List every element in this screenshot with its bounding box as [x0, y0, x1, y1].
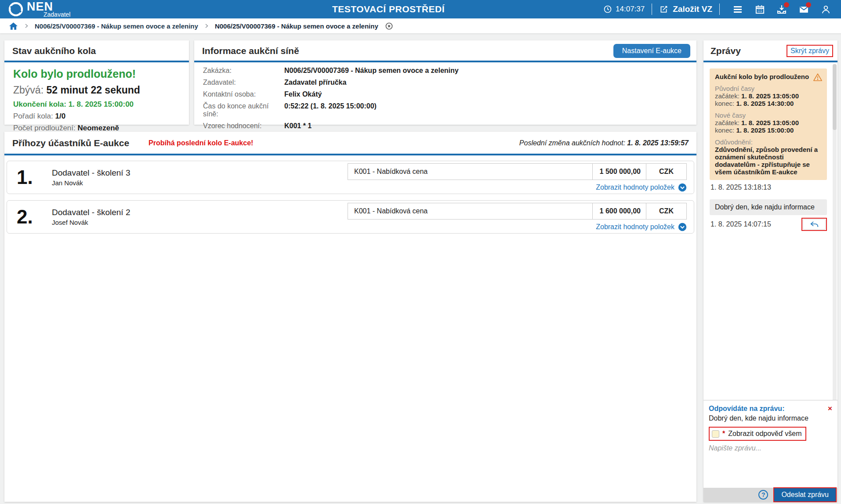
- bid-value: 1 500 000,00: [592, 164, 646, 180]
- reason-group: Odůvodnění: Zdůvodnění, způsob provedení…: [715, 138, 822, 176]
- bid-supplier: Dodavatel - školení 3: [52, 168, 130, 179]
- replying-to-label: Odpovídáte na zprávu:: [709, 405, 784, 413]
- chevron-down-circle-icon[interactable]: [678, 183, 687, 192]
- close-tab-icon[interactable]: [385, 22, 393, 30]
- auction-round-title: Stav aukčního kola: [12, 46, 96, 56]
- calendar-icon: [755, 4, 765, 14]
- round-extensions: Počet prodloužení: Neomezeně: [13, 124, 180, 133]
- bid-criterion: K001 - Nabídková cena: [348, 203, 592, 219]
- chevron-down-circle-icon[interactable]: [678, 223, 687, 231]
- chevron-right-icon: [24, 23, 29, 29]
- extension-message-timestamp: 1. 8. 2025 13:18:13: [710, 184, 831, 191]
- mail-notification-badge: [806, 2, 811, 7]
- bid-rank: 1.: [17, 166, 40, 188]
- hide-messages-link[interactable]: Skrýt zprávy: [790, 47, 829, 54]
- info-row-contracting-authority: Zadavatel: Zadavatel příručka: [203, 79, 688, 86]
- bid-currency: CZK: [646, 164, 686, 180]
- info-row-evaluation-formula: Vzorec hodnocení: K001 * 1: [203, 122, 688, 130]
- bid-value-row: K001 - Nabídková cena 1 500 000,00 CZK: [348, 163, 687, 180]
- show-item-values-link[interactable]: Zobrazit hodnoty položek: [596, 223, 674, 231]
- chevron-right-icon: [204, 23, 209, 29]
- menu-button[interactable]: [727, 0, 749, 18]
- reply-button-highlight: [801, 218, 827, 231]
- inbox-button[interactable]: [771, 0, 793, 18]
- divider: [719, 4, 720, 15]
- eauction-settings-button[interactable]: Nastavení E-aukce: [613, 44, 690, 58]
- bid-rank: 2.: [17, 206, 40, 228]
- auction-info-panel: Informace aukční síně Nastavení E-aukce …: [194, 40, 696, 125]
- show-answer-all-checkbox[interactable]: [712, 430, 719, 438]
- reply-widget: Odpovídáte na zprávu: × Dobrý den, kde n…: [703, 400, 837, 502]
- round-extended-status: Kolo bylo prodlouženo!: [13, 68, 180, 80]
- bid-person: Josef Novák: [52, 218, 130, 227]
- send-button-highlight: Odeslat zprávu: [773, 487, 837, 502]
- auction-round-panel: Stav aukčního kola Kolo bylo prodlouženo…: [4, 40, 189, 125]
- original-times-group: Původní časy začátek: 1. 8. 2025 13:05:0…: [715, 85, 822, 107]
- required-mark: *: [722, 430, 725, 438]
- round-end-time: Ukončení kola: 1. 8. 2025 15:00:00: [13, 100, 180, 109]
- info-row-contract: Zakázka: N006/25/V00007369 - Nákup semen…: [203, 67, 688, 75]
- messages-panel: Zprávy Skrýt zprávy Aukční kolo bylo pro…: [703, 40, 837, 502]
- create-vz-button[interactable]: Založit VZ: [659, 4, 712, 14]
- reply-button[interactable]: [803, 219, 826, 230]
- nen-logo[interactable]: NEN Zadavatel: [9, 1, 70, 18]
- new-times-group: Nové časy začátek: 1. 8. 2025 13:05:00 k…: [715, 112, 822, 134]
- inbox-notification-badge: [784, 2, 789, 7]
- bid-value-row: K001 - Nabídková cena 1 600 000,00 CZK: [348, 203, 687, 220]
- show-answer-all-label: Zobrazit odpověď všem: [728, 430, 801, 438]
- messages-list: Aukční kolo bylo prodlouženo Původní čas…: [703, 63, 837, 412]
- divider: [652, 4, 652, 15]
- close-icon[interactable]: ×: [828, 405, 832, 412]
- extension-message-title: Aukční kolo bylo prodlouženo: [715, 73, 822, 80]
- home-icon[interactable]: [9, 22, 18, 31]
- calendar-button[interactable]: [749, 0, 771, 18]
- warning-icon: [813, 72, 823, 82]
- info-row-time-to-end: Čas do konce aukční síně: 0:52:22 (1. 8.…: [203, 102, 688, 118]
- top-bar: NEN Zadavatel TESTOVACÍ PROSTŘEDÍ 14:07:…: [0, 0, 841, 18]
- clock-icon: [603, 5, 612, 14]
- nen-logo-icon: [9, 2, 23, 16]
- bid-person: Jan Novák: [52, 179, 130, 187]
- mail-button[interactable]: [793, 0, 815, 18]
- messages-scrollbar[interactable]: [833, 64, 837, 411]
- send-message-button[interactable]: Odeslat zprávu: [774, 488, 836, 501]
- breadcrumb-item-2[interactable]: N006/25/V00007369 - Nákup semen ovoce a …: [215, 22, 378, 30]
- last-round-notice: Probíhá poslední kolo E-aukce!: [149, 139, 253, 147]
- question-message-timestamp: 1. 8. 2025 14:07:15: [710, 220, 771, 228]
- user-button[interactable]: [815, 0, 837, 18]
- environment-title: TESTOVACÍ PROSTŘEDÍ: [332, 0, 445, 18]
- user-icon: [821, 4, 831, 14]
- auction-info-title: Informace aukční síně: [202, 46, 299, 56]
- menu-icon: [732, 4, 743, 14]
- help-icon[interactable]: ?: [758, 490, 768, 500]
- quoted-message: Dobrý den, kde najdu informace: [709, 414, 832, 422]
- time-remaining: Zbývá: 52 minut 22 sekund: [13, 84, 180, 96]
- bid-row-2: 2. Dodavatel - školení 2 Josef Novák K00…: [7, 200, 694, 234]
- messages-title: Zprávy: [710, 46, 741, 56]
- bid-row-1: 1. Dodavatel - školení 3 Jan Novák K001 …: [7, 161, 694, 194]
- extension-message-card: Aukční kolo bylo prodlouženo Původní čas…: [710, 68, 827, 180]
- last-change-info: Poslední změna aukčních hodnot: 1. 8. 20…: [519, 139, 689, 147]
- topbar-actions: 14:07:37 Založit VZ: [603, 0, 841, 18]
- bid-supplier: Dodavatel - školení 2: [52, 207, 130, 218]
- hide-messages-highlight: Skrýt zprávy: [787, 45, 833, 57]
- reply-icon: [810, 221, 819, 228]
- breadcrumb: N006/25/V00007369 - Nákup semen ovoce a …: [0, 18, 841, 33]
- info-row-contact-person: Kontaktní osoba: Felix Okátý: [203, 90, 688, 98]
- bids-title: Příhozy účastníků E-aukce: [12, 138, 129, 148]
- bid-criterion: K001 - Nabídková cena: [348, 164, 592, 180]
- server-time-value: 14:07:37: [616, 5, 645, 14]
- edit-icon: [659, 5, 668, 14]
- bid-currency: CZK: [646, 203, 686, 219]
- scrollbar-thumb[interactable]: [833, 64, 837, 130]
- breadcrumb-item-1[interactable]: N006/25/V00007369 - Nákup semen ovoce a …: [35, 22, 198, 30]
- show-answer-all-highlight: * Zobrazit odpověď všem: [709, 427, 806, 441]
- message-input[interactable]: [709, 444, 832, 486]
- question-message-card: Dobrý den, kde najdu informace: [710, 199, 827, 215]
- round-order: Pořadí kola: 1/0: [13, 112, 180, 121]
- bids-panel: Příhozy účastníků E-aukce Probíhá posled…: [4, 132, 696, 502]
- server-time: 14:07:37: [603, 5, 645, 14]
- bid-value: 1 600 000,00: [592, 203, 646, 219]
- show-item-values-link[interactable]: Zobrazit hodnoty položek: [596, 184, 674, 191]
